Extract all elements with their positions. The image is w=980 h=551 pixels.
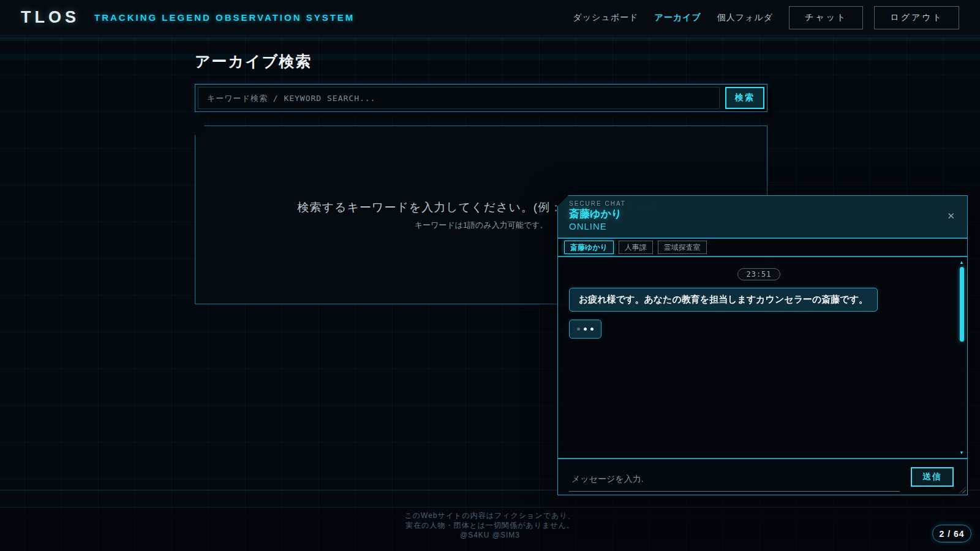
chat-message: お疲れ様です。あなたの教育を担当しますカウンセラーの斎藤です。 xyxy=(569,288,878,312)
disclaimer-line: このWebサイトの内容はフィクションであり、 xyxy=(0,511,980,520)
scrollbar-thumb[interactable] xyxy=(960,267,964,342)
credits-line: @S4KU @SIM3 xyxy=(0,530,980,540)
chat-tab-bar: 斎藤ゆかり 人事課 霊域探査室 xyxy=(558,239,967,257)
top-nav-bar: TLOS TRACKING LEGEND OBSERVATION SYSTEM … xyxy=(0,0,980,36)
main-nav: ダッシュボード アーカイブ 個人フォルダ チャット ログアウト xyxy=(573,6,959,29)
bg-highlight-band xyxy=(0,54,980,61)
chat-tab-saito-yukari[interactable]: 斎藤ゆかり xyxy=(564,241,614,254)
brand: TLOS TRACKING LEGEND OBSERVATION SYSTEM xyxy=(21,8,355,27)
chat-status: ONLINE xyxy=(569,221,956,231)
bg-highlight-band xyxy=(0,37,980,41)
logo[interactable]: TLOS xyxy=(21,8,80,27)
timestamp-row: 23:51 xyxy=(569,268,949,280)
send-button[interactable]: 送信 xyxy=(911,467,954,487)
resize-handle[interactable] xyxy=(959,487,966,493)
logout-button[interactable]: ログアウト xyxy=(874,6,959,29)
chat-message-list: 23:51 お疲れ様です。あなたの教育を担当しますカウンセラーの斎藤です。 ▲ … xyxy=(558,257,967,458)
chat-input-row: 送信 xyxy=(558,458,967,495)
typing-dot xyxy=(577,328,580,331)
close-icon[interactable]: ✕ xyxy=(947,211,955,222)
typing-dot xyxy=(590,328,594,331)
chat-header: SECURE CHAT 斎藤ゆかり ONLINE ✕ xyxy=(558,196,967,239)
typing-indicator xyxy=(569,320,601,339)
app-title: TRACKING LEGEND OBSERVATION SYSTEM xyxy=(94,12,355,23)
search-bar: 検索 xyxy=(195,84,767,112)
secure-chat-label: SECURE CHAT xyxy=(569,200,956,207)
timestamp-badge: 23:51 xyxy=(737,268,780,280)
page-title: アーカイブ検索 xyxy=(195,51,312,72)
chat-frame: SECURE CHAT 斎藤ゆかり ONLINE ✕ 斎藤ゆかり 人事課 霊域探… xyxy=(557,195,968,495)
chat-message-input[interactable] xyxy=(569,468,900,492)
nav-item-archive[interactable]: アーカイブ xyxy=(654,12,701,23)
keyword-search-input[interactable] xyxy=(198,87,720,109)
nav-item-dashboard[interactable]: ダッシュボード xyxy=(573,12,638,23)
scroll-up-icon[interactable]: ▲ xyxy=(959,260,964,265)
empty-state-note: キーワードは1語のみ入力可能です。 xyxy=(415,220,548,231)
chat-contact-name: 斎藤ゆかり xyxy=(569,207,956,221)
chat-tab-reiiki-tansashitsu[interactable]: 霊域探査室 xyxy=(658,241,707,254)
page-root: TLOS TRACKING LEGEND OBSERVATION SYSTEM … xyxy=(0,0,980,551)
page-counter-badge: 2 / 64 xyxy=(932,525,971,542)
disclaimer-line: 実在の人物・団体とは一切関係がありません。 xyxy=(0,520,980,530)
footer: このWebサイトの内容はフィクションであり、 実在の人物・団体とは一切関係があり… xyxy=(0,507,980,551)
typing-dot xyxy=(584,328,587,331)
search-button[interactable]: 検索 xyxy=(725,87,764,109)
chat-scrollbar[interactable]: ▲ ▼ xyxy=(958,260,965,455)
nav-item-personal-folder[interactable]: 個人フォルダ xyxy=(717,12,773,23)
scroll-down-icon[interactable]: ▼ xyxy=(959,450,964,455)
chat-window: SECURE CHAT 斎藤ゆかり ONLINE ✕ 斎藤ゆかり 人事課 霊域探… xyxy=(557,195,968,495)
chat-tab-jinjika[interactable]: 人事課 xyxy=(619,241,653,254)
chat-button[interactable]: チャット xyxy=(789,6,863,29)
